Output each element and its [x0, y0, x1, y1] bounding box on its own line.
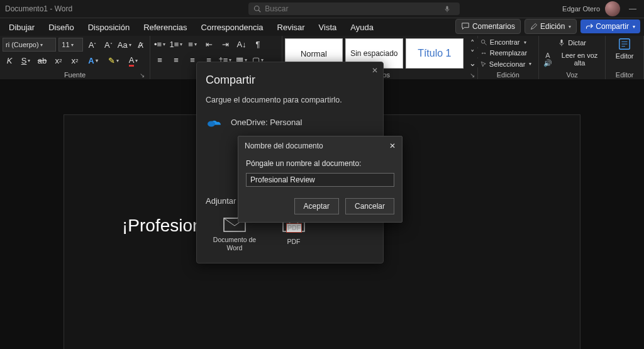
accept-button[interactable]: Aceptar [294, 198, 339, 214]
share-button[interactable]: Compartir▾ [580, 19, 640, 33]
attach-pdf-label: PDF [287, 238, 301, 246]
top-right-buttons: Comentarios Edición▾ Compartir▾ [455, 19, 640, 34]
sort-icon[interactable]: A↓ [235, 38, 248, 50]
multilevel-icon[interactable]: ≡▾ [186, 38, 199, 50]
mic-icon [558, 39, 565, 47]
grow-font-icon[interactable]: A˄ [86, 38, 99, 51]
close-icon[interactable]: ✕ [372, 66, 378, 75]
ribbon-group-font: ri (Cuerpo)▾ 11▾ A˄ A˅ Aa▾ A̷ K S▾ ab x2… [0, 36, 150, 80]
dictate-button[interactable]: Dictar [541, 37, 603, 48]
share-upload-message: Cargue el documento para compartirlo. [206, 96, 374, 104]
editor-icon [618, 37, 631, 51]
user-name: Edgar Otero [562, 5, 600, 13]
onedrive-icon [206, 116, 225, 128]
ribbon-group-voice: Dictar A🔊Leer en voz alta Voz [539, 36, 606, 80]
tab-correspondencia[interactable]: Correspondencia [195, 20, 270, 35]
comment-icon [461, 22, 470, 31]
document-name-dialog: Nombre del documento ✕ Póngale un nombre… [238, 136, 402, 223]
indent-right-icon[interactable]: ⇥ [218, 38, 232, 50]
dialog-launcher-icon[interactable]: ↘ [140, 72, 145, 79]
subscript-icon[interactable]: x2 [52, 55, 65, 67]
onedrive-label: OneDrive: Personal [231, 118, 302, 127]
superscript-icon[interactable]: x2 [68, 55, 82, 67]
share-icon [586, 23, 593, 30]
svg-point-3 [481, 40, 485, 43]
share-panel-title: Compartir [206, 74, 374, 87]
tab-dibujar[interactable]: Dibujar [3, 20, 41, 35]
font-name-combo[interactable]: ri (Cuerpo)▾ [3, 38, 56, 52]
svg-line-1 [258, 10, 260, 12]
editor-button[interactable]: Editor [608, 37, 641, 60]
dialog-prompt: Póngale un nombre al documento: [246, 159, 394, 168]
tab-referencias[interactable]: Referencias [137, 20, 193, 35]
cursor-icon [480, 61, 487, 67]
shrink-font-icon[interactable]: A˅ [102, 38, 115, 51]
search-box[interactable]: Buscar [248, 3, 460, 15]
search-icon [480, 39, 487, 46]
highlight-icon[interactable]: ✎▾ [104, 55, 122, 67]
align-center-icon[interactable]: ≡ [169, 54, 183, 67]
font-color-icon[interactable]: A▾ [125, 55, 142, 67]
svg-rect-5 [561, 40, 563, 43]
font-size-combo[interactable]: 11▾ [58, 38, 83, 52]
document-name-input[interactable] [246, 173, 394, 187]
title-bar: Documento1 - Word Buscar Edgar Otero — [0, 0, 644, 18]
select-button[interactable]: Seleccionar▾ [480, 59, 536, 69]
search-icon [253, 5, 261, 13]
tab-vista[interactable]: Vista [313, 20, 343, 35]
clear-format-icon[interactable]: A̷ [134, 38, 147, 51]
avatar[interactable] [605, 1, 620, 16]
font-size-value: 11 [62, 41, 69, 48]
edit-mode-button[interactable]: Edición▾ [525, 19, 577, 34]
svg-point-0 [255, 6, 260, 11]
editor-button-label: Editor [616, 52, 634, 60]
pencil-icon [530, 23, 538, 30]
bullets-icon[interactable]: •≡▾ [153, 38, 167, 50]
search-placeholder: Buscar [265, 4, 288, 13]
tab-revisar[interactable]: Revisar [271, 20, 311, 35]
comments-label: Comentarios [472, 22, 515, 31]
onedrive-row[interactable]: OneDrive: Personal [206, 116, 374, 128]
font-name-value: ri (Cuerpo) [6, 41, 39, 48]
share-label: Compartir [596, 22, 629, 31]
underline-icon[interactable]: S▾ [19, 55, 33, 67]
replace-button[interactable]: ↔Reemplazar [480, 48, 536, 58]
dialog-title: Nombre del documento [245, 141, 323, 150]
window-minimize-icon[interactable]: — [625, 4, 640, 13]
text-effects-icon[interactable]: A▾ [84, 55, 102, 67]
tab-diseno[interactable]: Diseño [42, 20, 80, 35]
numbering-icon[interactable]: 1≡▾ [169, 38, 183, 50]
document-title: Documento1 - Word [0, 4, 72, 13]
edit-group-label: Edición [480, 70, 536, 80]
attach-word-label: Documento de Word [212, 236, 257, 252]
read-aloud-button[interactable]: A🔊Leer en voz alta [541, 53, 603, 65]
dialog-launcher-icon[interactable]: ↘ [470, 72, 475, 79]
cancel-button[interactable]: Cancelar [345, 198, 394, 214]
edit-label: Edición [540, 22, 565, 31]
tab-disposicion[interactable]: Disposición [82, 20, 136, 35]
italic-icon[interactable]: K [3, 55, 16, 67]
font-group-label: Fuente↘ [3, 70, 147, 80]
style-title1[interactable]: Título 1 [406, 38, 464, 69]
svg-rect-2 [447, 6, 448, 10]
editor-group-label: Editor [608, 70, 641, 80]
pdf-badge: PDF [286, 223, 302, 233]
voice-group-label: Voz [541, 70, 603, 80]
find-button[interactable]: Encontrar▾ [480, 37, 536, 47]
svg-point-7 [208, 121, 215, 127]
ribbon-group-edit: Encontrar▾ ↔Reemplazar Seleccionar▾ Edic… [478, 36, 539, 80]
strike-icon[interactable]: ab [35, 55, 49, 67]
change-case-icon[interactable]: Aa▾ [118, 38, 131, 51]
pilcrow-icon[interactable]: ¶ [251, 38, 265, 50]
tab-ayuda[interactable]: Ayuda [344, 20, 380, 35]
mic-icon[interactable] [443, 5, 451, 13]
user-area: Edgar Otero — [562, 1, 640, 16]
ribbon-group-editor: Editor Editor [606, 36, 644, 80]
align-left-icon[interactable]: ≡ [153, 54, 167, 67]
indent-left-icon[interactable]: ⇤ [202, 38, 216, 50]
svg-line-4 [484, 43, 486, 45]
close-icon[interactable]: ✕ [389, 141, 396, 150]
comments-button[interactable]: Comentarios [455, 19, 521, 34]
